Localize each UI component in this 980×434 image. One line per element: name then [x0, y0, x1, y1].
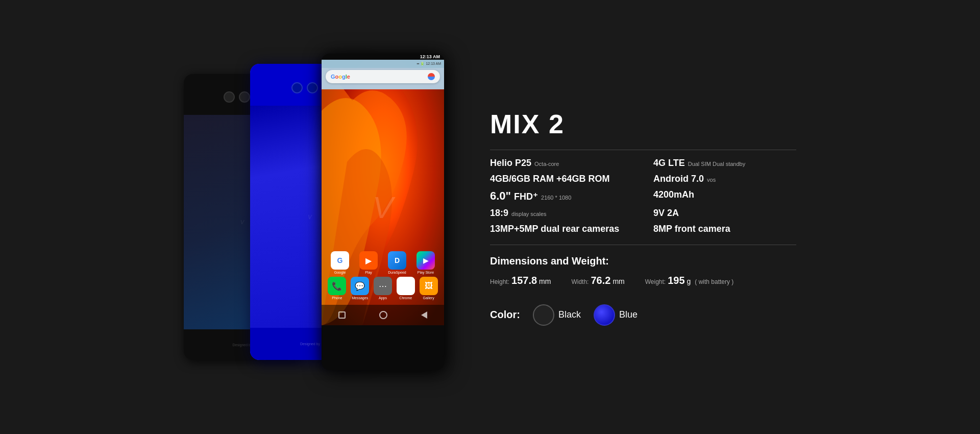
specs-grid: Helio P25 Octa-core 4G LTE Dual SIM Dual…: [490, 158, 796, 234]
spec-display-res: 2160 * 1080: [541, 195, 571, 201]
app-chrome-icon[interactable]: ◎: [397, 277, 415, 295]
app-play-container: ▶ Play: [359, 251, 378, 274]
divider-bottom: [490, 245, 796, 245]
app-gallery-container: 🖼 Gallery: [420, 277, 438, 300]
spec-camera-rear: 13MP+5MP dual rear cameras: [490, 224, 633, 234]
spec-network: 4G LTE Dual SIM Dual standby: [653, 158, 796, 168]
blue-camera-left-icon: [291, 82, 303, 93]
phone-screen: V ▪▪ 🔋 12:13 AM Google: [322, 60, 444, 325]
spec-charging-main: 9V 2A: [653, 208, 679, 219]
app-apps-icon[interactable]: ⋯: [374, 277, 392, 295]
color-section: Color: Black Blue: [490, 304, 796, 326]
app-playstore-label: Play Store: [418, 271, 434, 274]
phone-front: 12:13 AM: [322, 54, 444, 370]
phone-front-bottom: [322, 325, 444, 361]
wallpaper: V ▪▪ 🔋 12:13 AM Google: [322, 60, 444, 325]
status-time: 12:13 AM: [420, 54, 440, 59]
dim-weight-unit: g: [687, 277, 691, 285]
dim-width: Width: 76.2 mm: [571, 275, 624, 286]
svg-text:V: V: [373, 190, 396, 225]
camera-right-icon: [239, 91, 250, 103]
dim-weight-note: ( with battery ): [695, 278, 733, 285]
phones-section: V Designed by V Designed by: [184, 54, 449, 380]
spec-display: 6.0" FHD⁺ 2160 * 1080: [490, 189, 633, 203]
dimensions-section: Dimensions and Weight: Height: 157.8 mm …: [490, 255, 796, 286]
dim-weight-value: 195: [668, 275, 684, 286]
blue-camera-right-icon: [307, 82, 318, 93]
dim-width-label: Width:: [571, 278, 589, 285]
dim-width-value: 76.2: [591, 275, 610, 286]
google-search-bar[interactable]: Google: [326, 70, 440, 83]
app-apps-label: Apps: [379, 296, 387, 300]
color-option-blue[interactable]: Blue: [594, 304, 638, 326]
designed-by-text: Designed by: [233, 343, 253, 347]
app-playstore-icon[interactable]: ▶: [416, 251, 435, 270]
dim-height-unit: mm: [539, 277, 551, 285]
camera-left-icon: [224, 91, 235, 103]
spec-charging: 9V 2A: [653, 208, 796, 219]
color-circle-black-icon[interactable]: [533, 304, 554, 326]
spec-os: Android 7.0 vos: [653, 174, 796, 184]
nav-square-button[interactable]: [338, 311, 346, 319]
spec-battery-main: 4200mAh: [653, 189, 694, 200]
spec-camera-front: 8MP front camera: [653, 224, 796, 234]
spec-battery: 4200mAh: [653, 189, 796, 203]
app-phone-icon[interactable]: 📞: [328, 277, 346, 295]
spec-display-type: FHD⁺: [514, 191, 538, 202]
app-apps-container: ⋯ Apps: [374, 277, 392, 300]
nav-circle-button[interactable]: [379, 311, 387, 319]
spec-processor-main: Helio P25: [490, 158, 531, 168]
spec-aspect-sub: display scales: [511, 211, 546, 217]
brand-watermark: V: [240, 219, 244, 225]
app-messages-container: 💬 Messages: [351, 277, 369, 300]
dim-weight-label: Weight:: [645, 278, 666, 285]
color-blue-name: Blue: [619, 309, 638, 320]
spec-ram-rom-main: 4GB/6GB RAM +64GB ROM: [490, 174, 610, 184]
app-messages-icon[interactable]: 💬: [351, 277, 369, 295]
dim-height-label: Height:: [490, 278, 509, 285]
app-row-1: G Google ▶ Play D DuraSpeed: [322, 251, 444, 274]
dim-height-value: 157.8: [511, 275, 537, 286]
app-gallery-label: Gallery: [423, 296, 434, 300]
screen-status-bar: ▪▪ 🔋 12:13 AM: [322, 60, 444, 68]
color-circle-blue-icon[interactable]: [594, 304, 615, 326]
spec-os-sub: vos: [707, 177, 716, 183]
blue-designed-by-text: Designed by: [300, 342, 320, 346]
mic-icon[interactable]: [428, 73, 435, 80]
nav-back-button[interactable]: [421, 311, 427, 319]
spec-camera-rear-main: 13MP+5MP dual rear cameras: [490, 224, 619, 234]
dimensions-title: Dimensions and Weight:: [490, 255, 796, 267]
app-gallery-icon[interactable]: 🖼: [420, 277, 438, 295]
app-duraspeed-label: DuraSpeed: [388, 271, 406, 274]
app-playstore-container: ▶ Play Store: [416, 251, 435, 274]
app-phone-label: Phone: [332, 296, 342, 300]
spec-os-main: Android 7.0: [653, 174, 704, 184]
app-duraspeed-container: D DuraSpeed: [388, 251, 406, 274]
color-option-black[interactable]: Black: [533, 304, 581, 326]
app-google-icon[interactable]: G: [331, 251, 349, 270]
screen-status-icons: ▪▪ 🔋 12:13 AM: [417, 62, 441, 66]
spec-camera-front-main: 8MP front camera: [653, 224, 730, 234]
spec-network-main: 4G LTE: [653, 158, 685, 168]
spec-display-size: 6.0": [490, 189, 511, 203]
google-bar-area: ▪▪ 🔋 12:13 AM Google: [322, 60, 444, 89]
dim-height: Height: 157.8 mm: [490, 275, 551, 286]
app-google-label: Google: [334, 271, 346, 274]
app-row-2: 📞 Phone 💬 Messages ⋯ Apps ◎: [322, 277, 444, 300]
dimensions-row: Height: 157.8 mm Width: 76.2 mm Weight: …: [490, 275, 796, 286]
app-duraspeed-icon[interactable]: D: [388, 251, 406, 270]
dim-width-unit: mm: [612, 277, 624, 285]
spec-processor-sub: Octa-core: [534, 161, 559, 167]
google-logo: Google: [331, 74, 350, 80]
specs-section: MIX 2 Helio P25 Octa-core 4G LTE Dual SI…: [490, 109, 796, 326]
app-google-container: G Google: [331, 251, 349, 274]
app-play-icon[interactable]: ▶: [359, 251, 378, 270]
app-messages-label: Messages: [352, 296, 368, 300]
spec-ram-rom: 4GB/6GB RAM +64GB ROM: [490, 174, 633, 184]
app-phone-container: 📞 Phone: [328, 277, 346, 300]
color-black-name: Black: [558, 309, 581, 320]
app-play-label: Play: [365, 271, 372, 274]
spec-aspect-main: 18:9: [490, 208, 508, 219]
dim-weight: Weight: 195 g ( with battery ): [645, 275, 734, 286]
divider-top: [490, 150, 796, 150]
